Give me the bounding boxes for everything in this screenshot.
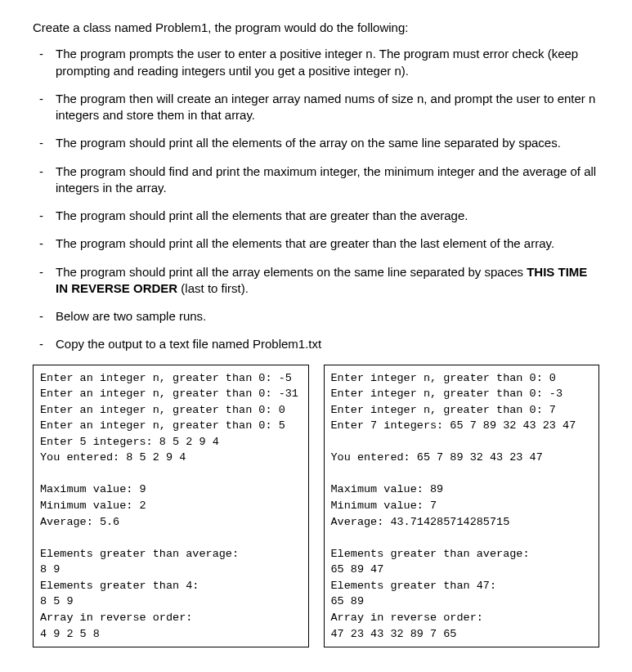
bullet-item: The program should print all the element… [33, 135, 599, 151]
bullet-item: Below are two sample runs. [33, 308, 599, 325]
bullet-item: The program should print all the element… [33, 235, 599, 252]
bullet-text: (last to first). [177, 281, 249, 295]
intro-paragraph: Create a class named Problem1, the progr… [33, 20, 599, 36]
bullet-text: The program should print all the array e… [56, 265, 527, 279]
bullet-item: The program should find and print the ma… [33, 164, 599, 197]
bullet-item: The program should print all the element… [33, 208, 599, 224]
sample-run-2: Enter integer n, greater than 0: 0 Enter… [324, 365, 600, 648]
bullet-item: The program should print all the array e… [33, 264, 599, 298]
bullet-item: The program then will create an integer … [33, 91, 599, 124]
sample-run-1: Enter an integer n, greater than 0: -5 E… [33, 365, 309, 648]
requirements-list: The program prompts the user to enter a … [33, 46, 599, 352]
bullet-item: Copy the output to a text file named Pro… [33, 336, 599, 352]
sample-runs-row: Enter an integer n, greater than 0: -5 E… [33, 365, 599, 648]
bullet-item: The program prompts the user to enter a … [33, 46, 599, 79]
